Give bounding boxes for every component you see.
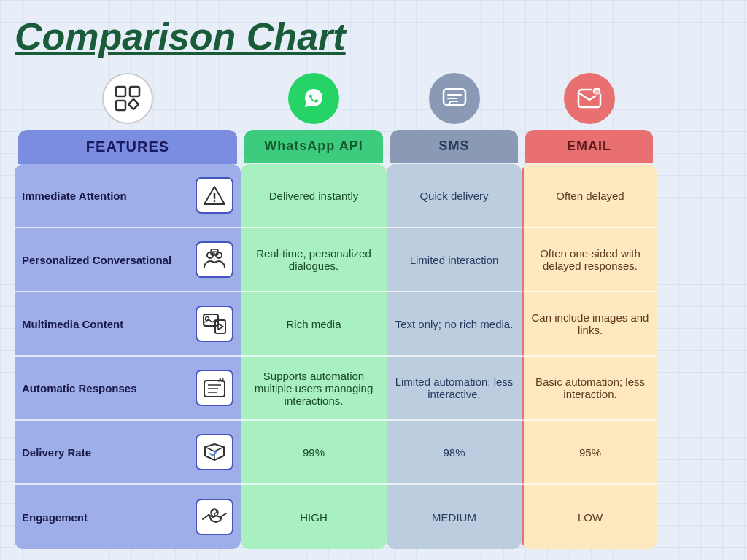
feature-automatic: Automatic Responses AI [15,357,241,421]
whatsapp-column: Delivered instantly Real-time, personali… [241,164,387,549]
sms-value-2: Text only; no rich media. [395,318,514,330]
sms-column: Quick delivery Limited interaction Text … [387,164,522,549]
whatsapp-row-1: Real-time, personalized dialogues. [241,228,387,292]
svg-rect-5 [444,89,465,105]
whatsapp-row-5: HIGH [241,485,387,549]
warning-icon [196,177,233,214]
sms-value-3: Limited automation; less interactive. [394,376,514,400]
email-row-2: Can include images and links. [522,292,657,357]
whatsapp-row-4: 99% [241,421,387,485]
svg-point-31 [214,515,215,516]
email-value-1: Often one-sided with delayed responses. [531,247,649,272]
feature-multimedia: Multimedia Content [15,292,241,357]
whatsapp-row-0: Delivered instantly [241,164,387,228]
svg-line-27 [205,447,214,451]
feature-delivery-rate: Delivery Rate [15,421,241,485]
sms-icon [429,73,480,124]
ai-icon: AI [196,370,233,406]
table-body: Immediate Attention Personalized Convers… [15,164,732,549]
whatsapp-value-4: 99% [303,446,325,459]
sms-value-0: Quick delivery [419,190,488,202]
handshake-icon [196,499,233,535]
sms-row-0: Quick delivery [387,164,522,228]
svg-rect-2 [116,101,125,110]
sms-value-5: MEDIUM [432,511,476,524]
feature-label-3: Automatic Responses [22,382,196,394]
svg-text:@: @ [594,89,600,96]
whatsapp-col-header: WhatsApp API [244,130,383,163]
sms-header: SMS [387,73,522,164]
email-value-0: Often delayed [556,190,624,202]
features-column: Immediate Attention Personalized Convers… [15,164,241,549]
whatsapp-value-1: Real-time, personalized dialogues. [248,247,379,272]
email-col-header: EMAIL [525,130,653,163]
whatsapp-row-2: Rich media [241,292,387,357]
email-column: Often delayed Often one-sided with delay… [522,164,657,549]
svg-text:AI: AI [218,377,224,384]
email-header: @ EMAIL [522,73,657,164]
sms-col-header: SMS [390,130,518,163]
whatsapp-value-2: Rich media [286,318,341,330]
email-value-5: LOW [578,511,603,524]
features-col-header: FEATURES [18,130,237,164]
feature-label-1: Personalized Conversational [22,254,196,266]
svg-rect-0 [116,87,125,96]
svg-point-12 [214,200,216,202]
svg-rect-3 [128,99,139,109]
svg-marker-21 [218,324,223,330]
email-value-2: Can include images and links. [531,311,649,336]
email-row-3: Basic automation; less interaction. [522,357,657,421]
feature-immediate-attention: Immediate Attention [15,164,241,228]
svg-rect-1 [130,87,139,96]
features-header: FEATURES [15,73,241,164]
comparison-chart: FEATURES WhatsApp API [15,73,732,549]
features-icon [102,73,153,124]
feature-engagement: Engagement [15,485,241,549]
email-value-3: Basic automation; less interaction. [531,376,649,400]
feature-label-4: Delivery Rate [22,446,196,459]
whatsapp-icon [288,73,339,124]
delivery-icon [196,434,233,470]
sms-value-1: Limited interaction [410,254,499,266]
email-icon: @ [564,73,615,124]
whatsapp-value-5: HIGH [300,511,328,524]
chat-people-icon [196,241,233,278]
sms-value-4: 98% [443,446,465,459]
sms-row-5: MEDIUM [387,485,522,549]
sms-row-2: Text only; no rich media. [387,292,522,357]
feature-label-0: Immediate Attention [22,190,196,202]
sms-row-4: 98% [387,421,522,485]
whatsapp-row-3: Supports automation multiple users manag… [241,357,387,421]
feature-personalized: Personalized Conversational [15,228,241,292]
whatsapp-value-0: Delivered instantly [269,190,359,202]
whatsapp-value-3: Supports automation multiple users manag… [248,370,379,407]
email-value-4: 95% [579,446,601,459]
page-title: Comparison Chart [15,15,732,58]
sms-row-1: Limited interaction [387,228,522,292]
svg-line-28 [214,447,224,451]
feature-label-5: Engagement [22,511,196,524]
email-row-1: Often one-sided with delayed responses. [522,228,657,292]
feature-label-2: Multimedia Content [22,318,196,330]
whatsapp-header: WhatsApp API [241,73,387,164]
email-row-0: Often delayed [522,164,657,228]
media-icon [196,306,233,342]
email-row-5: LOW [522,485,657,549]
email-row-4: 95% [522,421,657,485]
sms-row-3: Limited automation; less interactive. [387,357,522,421]
